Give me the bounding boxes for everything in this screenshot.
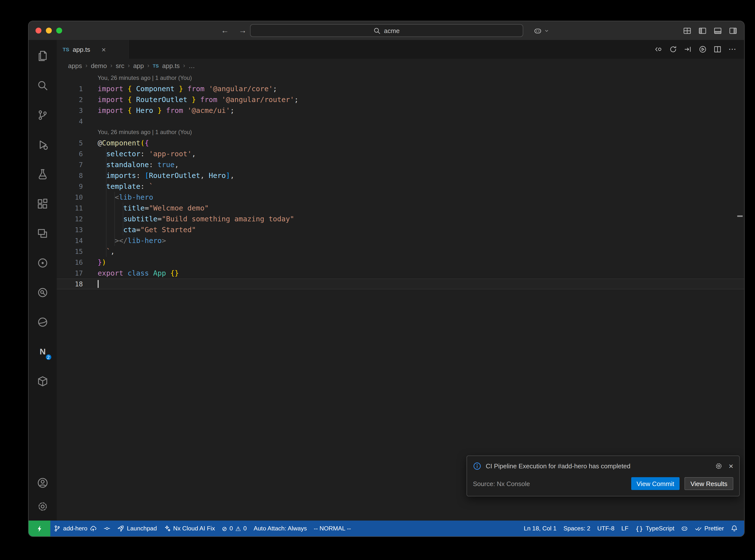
auto-attach-item[interactable]: Auto Attach: Always xyxy=(250,521,311,536)
breadcrumb-item[interactable]: apps xyxy=(68,62,82,69)
line-number[interactable]: 2 xyxy=(57,94,98,105)
line-number[interactable]: 7 xyxy=(57,159,98,170)
source-control-view-button[interactable] xyxy=(36,108,49,121)
testing-view-button[interactable] xyxy=(36,167,49,180)
notification-settings-gear-icon[interactable] xyxy=(715,462,722,470)
browser-tools-view-button[interactable] xyxy=(36,316,49,328)
line-number[interactable]: 10 xyxy=(57,192,98,203)
view-commit-button[interactable]: View Commit xyxy=(631,477,680,490)
remote-indicator[interactable] xyxy=(28,521,50,536)
line-number[interactable]: 6 xyxy=(57,148,98,159)
eol-item[interactable]: LF xyxy=(618,521,632,536)
typescript-file-icon: TS xyxy=(153,63,159,68)
next-change-icon[interactable] xyxy=(684,45,692,53)
copilot-status-item[interactable] xyxy=(678,521,692,536)
breadcrumb-item[interactable]: src xyxy=(116,62,124,69)
line-number[interactable]: 4 xyxy=(57,116,98,127)
customize-layout-icon[interactable] xyxy=(683,26,691,35)
code-line-16[interactable]: 16}) xyxy=(57,257,744,268)
notification-close-icon[interactable]: × xyxy=(729,462,733,470)
language-mode-item[interactable]: {} TypeScript xyxy=(632,521,678,536)
extensions-view-button[interactable] xyxy=(36,197,49,210)
more-actions-icon[interactable]: ⋯ xyxy=(728,45,736,53)
command-center-search[interactable]: acme xyxy=(250,24,523,37)
line-number[interactable]: 1 xyxy=(57,83,98,94)
run-debug-view-button[interactable] xyxy=(36,138,49,151)
code-token: = xyxy=(158,215,162,223)
line-number[interactable]: 8 xyxy=(57,170,98,181)
git-blame-lens[interactable]: You, 26 minutes ago | 1 author (You) xyxy=(57,73,744,83)
tab-app-ts[interactable]: TS app.ts × xyxy=(57,40,129,59)
toggle-primary-sidebar-icon[interactable] xyxy=(698,26,707,35)
minimize-window-button[interactable] xyxy=(46,27,52,34)
vim-mode-item[interactable]: -- NORMAL -- xyxy=(311,521,355,536)
nx-console-view-button[interactable]: N 2 xyxy=(36,345,49,358)
code-line-17[interactable]: 17export class App {} xyxy=(57,268,744,279)
launchpad-item[interactable]: Launchpad xyxy=(114,521,160,536)
remote-explorer-view-button[interactable] xyxy=(36,227,49,240)
manage-settings-button[interactable] xyxy=(36,500,49,513)
code-line-13[interactable]: 13 cta="Get Started" xyxy=(57,224,744,235)
formatter-item[interactable]: Prettier xyxy=(692,521,728,536)
line-number[interactable]: 17 xyxy=(57,268,98,279)
line-number[interactable]: 11 xyxy=(57,203,98,214)
sync-changes-icon[interactable] xyxy=(669,45,677,53)
zoom-window-button[interactable] xyxy=(56,27,62,34)
view-results-button[interactable]: View Results xyxy=(684,477,733,490)
navigate-forward-button[interactable]: → xyxy=(239,26,246,35)
code-line-6[interactable]: 6 selector: 'app-root', xyxy=(57,148,744,159)
notifications-bell-item[interactable] xyxy=(728,521,741,536)
nx-cloud-ai-fix-item[interactable]: Nx Cloud AI Fix xyxy=(160,521,218,536)
line-number[interactable]: 16 xyxy=(57,257,98,268)
line-number[interactable]: 3 xyxy=(57,105,98,116)
cursor-position-item[interactable]: Ln 18, Col 1 xyxy=(520,521,560,536)
code-editor[interactable]: You, 26 minutes ago | 1 author (You)1imp… xyxy=(57,73,744,521)
code-line-8[interactable]: 8 imports: [RouterOutlet, Hero], xyxy=(57,170,744,181)
problems-item[interactable]: ⊘ 0 ⚠ 0 xyxy=(218,521,250,536)
commit-graph-item[interactable] xyxy=(100,521,114,536)
line-number[interactable]: 9 xyxy=(57,181,98,192)
copilot-menu[interactable] xyxy=(533,21,549,40)
line-number[interactable]: 14 xyxy=(57,235,98,246)
code-line-4[interactable]: 4 xyxy=(57,116,744,127)
code-line-11[interactable]: 11 title="Welcmoe demo" xyxy=(57,203,744,214)
toggle-panel-icon[interactable] xyxy=(714,26,722,35)
line-number[interactable]: 12 xyxy=(57,214,98,224)
code-line-3[interactable]: 3import { Hero } from '@acme/ui'; xyxy=(57,105,744,116)
explorer-view-button[interactable] xyxy=(36,49,49,62)
accounts-button[interactable] xyxy=(36,476,49,489)
code-line-15[interactable]: 15 `, xyxy=(57,246,744,257)
line-number[interactable]: 5 xyxy=(57,138,98,148)
search-view-button[interactable] xyxy=(36,79,49,92)
code-line-2[interactable]: 2import { RouterOutlet } from '@angular/… xyxy=(57,94,744,105)
navigate-back-button[interactable]: ← xyxy=(221,26,229,35)
open-changes-icon[interactable] xyxy=(654,45,662,53)
breadcrumb-item[interactable]: app xyxy=(133,62,144,69)
breadcrumb-item[interactable]: demo xyxy=(91,62,107,69)
code-line-9[interactable]: 9 template: ` xyxy=(57,181,744,192)
code-line-5[interactable]: 5@Component({ xyxy=(57,138,744,148)
encoding-item[interactable]: UTF-8 xyxy=(594,521,618,536)
package-view-button[interactable] xyxy=(36,375,49,387)
close-tab-icon[interactable]: × xyxy=(102,46,106,53)
git-blame-lens[interactable]: You, 26 minutes ago | 1 author (You) xyxy=(57,127,744,138)
line-number[interactable]: 15 xyxy=(57,246,98,257)
breadcrumb-symbol[interactable]: … xyxy=(188,62,195,69)
code-line-1[interactable]: 1import { Component } from '@angular/cor… xyxy=(57,83,744,94)
toggle-secondary-sidebar-icon[interactable] xyxy=(729,26,737,35)
close-window-button[interactable] xyxy=(36,27,41,34)
pipeline-view-button[interactable] xyxy=(36,256,49,269)
git-branch-item[interactable]: add-hero xyxy=(50,521,100,536)
breadcrumb-file[interactable]: app.ts xyxy=(162,62,180,69)
code-line-14[interactable]: 14 ></lib-hero> xyxy=(57,235,744,246)
code-line-7[interactable]: 7 standalone: true, xyxy=(57,159,744,170)
indentation-item[interactable]: Spaces: 2 xyxy=(560,521,594,536)
split-editor-icon[interactable] xyxy=(714,45,721,53)
line-number[interactable]: 18 xyxy=(57,279,98,289)
code-line-18[interactable]: 18 xyxy=(57,279,744,289)
line-number[interactable]: 13 xyxy=(57,224,98,235)
run-file-icon[interactable] xyxy=(699,45,707,53)
code-line-12[interactable]: 12 subtitle="Build something amazing tod… xyxy=(57,214,744,224)
inspect-view-button[interactable] xyxy=(36,286,49,299)
code-line-10[interactable]: 10 <lib-hero xyxy=(57,192,744,203)
